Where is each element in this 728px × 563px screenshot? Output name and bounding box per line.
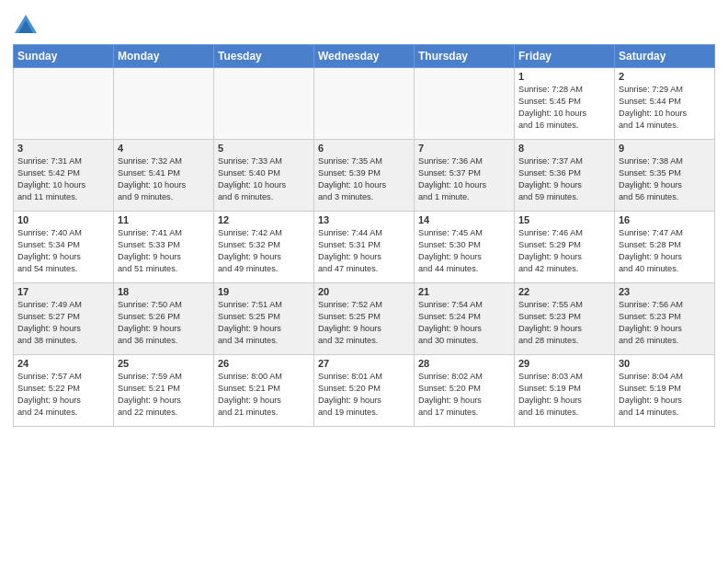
day-info: Sunrise: 8:03 AM Sunset: 5:19 PM Dayligh… [518,371,610,419]
calendar-cell: 23Sunrise: 7:56 AM Sunset: 5:23 PM Dayli… [615,283,715,355]
weekday-header-thursday: Thursday [415,45,515,68]
day-info: Sunrise: 7:37 AM Sunset: 5:36 PM Dayligh… [518,155,610,203]
day-number: 24 [17,358,109,369]
calendar-cell: 15Sunrise: 7:46 AM Sunset: 5:29 PM Dayli… [515,212,615,283]
calendar-cell: 30Sunrise: 8:04 AM Sunset: 5:19 PM Dayli… [615,355,715,427]
day-info: Sunrise: 7:57 AM Sunset: 5:22 PM Dayligh… [17,371,109,419]
logo [13,13,42,39]
calendar-cell: 28Sunrise: 8:02 AM Sunset: 5:20 PM Dayli… [415,355,515,427]
logo-icon [13,13,39,39]
calendar-cell: 5Sunrise: 7:33 AM Sunset: 5:40 PM Daylig… [214,140,314,212]
day-number: 18 [118,286,210,297]
calendar-cell: 25Sunrise: 7:59 AM Sunset: 5:21 PM Dayli… [114,355,214,427]
day-info: Sunrise: 7:54 AM Sunset: 5:24 PM Dayligh… [418,299,510,347]
day-info: Sunrise: 7:45 AM Sunset: 5:30 PM Dayligh… [418,227,510,275]
day-number: 1 [518,71,610,82]
day-number: 23 [619,286,711,297]
day-info: Sunrise: 8:00 AM Sunset: 5:21 PM Dayligh… [218,371,310,419]
calendar-cell: 27Sunrise: 8:01 AM Sunset: 5:20 PM Dayli… [314,355,415,427]
calendar-cell: 1Sunrise: 7:28 AM Sunset: 5:45 PM Daylig… [515,68,615,140]
day-info: Sunrise: 7:38 AM Sunset: 5:35 PM Dayligh… [619,155,711,203]
calendar-cell: 26Sunrise: 8:00 AM Sunset: 5:21 PM Dayli… [214,355,314,427]
weekday-header-wednesday: Wednesday [314,45,415,68]
day-info: Sunrise: 7:41 AM Sunset: 5:33 PM Dayligh… [118,227,210,275]
day-info: Sunrise: 7:55 AM Sunset: 5:23 PM Dayligh… [518,299,610,347]
calendar-cell [214,68,314,140]
calendar-cell: 29Sunrise: 8:03 AM Sunset: 5:19 PM Dayli… [515,355,615,427]
day-info: Sunrise: 7:42 AM Sunset: 5:32 PM Dayligh… [218,227,310,275]
day-number: 27 [318,358,410,369]
weekday-header-sunday: Sunday [14,45,114,68]
calendar-cell: 7Sunrise: 7:36 AM Sunset: 5:37 PM Daylig… [415,140,515,212]
calendar-cell: 6Sunrise: 7:35 AM Sunset: 5:39 PM Daylig… [314,140,415,212]
calendar-week-1: 1Sunrise: 7:28 AM Sunset: 5:45 PM Daylig… [14,68,715,140]
day-info: Sunrise: 7:31 AM Sunset: 5:42 PM Dayligh… [17,155,109,203]
calendar-cell [114,68,214,140]
calendar-cell: 2Sunrise: 7:29 AM Sunset: 5:44 PM Daylig… [615,68,715,140]
day-number: 25 [118,358,210,369]
day-info: Sunrise: 7:49 AM Sunset: 5:27 PM Dayligh… [17,299,109,347]
day-info: Sunrise: 7:46 AM Sunset: 5:29 PM Dayligh… [518,227,610,275]
calendar-cell: 12Sunrise: 7:42 AM Sunset: 5:32 PM Dayli… [214,212,314,283]
day-number: 17 [17,286,109,297]
day-info: Sunrise: 8:02 AM Sunset: 5:20 PM Dayligh… [418,371,510,419]
calendar-cell: 3Sunrise: 7:31 AM Sunset: 5:42 PM Daylig… [14,140,114,212]
day-info: Sunrise: 7:35 AM Sunset: 5:39 PM Dayligh… [318,155,410,203]
day-number: 2 [619,71,711,82]
day-info: Sunrise: 7:40 AM Sunset: 5:34 PM Dayligh… [17,227,109,275]
day-number: 28 [418,358,510,369]
calendar-cell: 19Sunrise: 7:51 AM Sunset: 5:25 PM Dayli… [214,283,314,355]
day-info: Sunrise: 7:56 AM Sunset: 5:23 PM Dayligh… [619,299,711,347]
day-info: Sunrise: 7:59 AM Sunset: 5:21 PM Dayligh… [118,371,210,419]
calendar-cell: 13Sunrise: 7:44 AM Sunset: 5:31 PM Dayli… [314,212,415,283]
calendar-cell: 20Sunrise: 7:52 AM Sunset: 5:25 PM Dayli… [314,283,415,355]
day-number: 5 [218,143,310,154]
day-number: 3 [17,143,109,154]
day-number: 8 [518,143,610,154]
calendar-cell: 16Sunrise: 7:47 AM Sunset: 5:28 PM Dayli… [615,212,715,283]
day-number: 15 [518,214,610,225]
calendar-cell: 18Sunrise: 7:50 AM Sunset: 5:26 PM Dayli… [114,283,214,355]
calendar-cell: 14Sunrise: 7:45 AM Sunset: 5:30 PM Dayli… [415,212,515,283]
calendar-cell: 22Sunrise: 7:55 AM Sunset: 5:23 PM Dayli… [515,283,615,355]
day-info: Sunrise: 7:50 AM Sunset: 5:26 PM Dayligh… [118,299,210,347]
day-number: 22 [518,286,610,297]
day-number: 19 [218,286,310,297]
day-info: Sunrise: 7:44 AM Sunset: 5:31 PM Dayligh… [318,227,410,275]
calendar-week-5: 24Sunrise: 7:57 AM Sunset: 5:22 PM Dayli… [14,355,715,427]
day-number: 11 [118,214,210,225]
day-number: 30 [619,358,711,369]
calendar-cell: 24Sunrise: 7:57 AM Sunset: 5:22 PM Dayli… [14,355,114,427]
day-info: Sunrise: 8:04 AM Sunset: 5:19 PM Dayligh… [619,371,711,419]
day-number: 4 [118,143,210,154]
calendar-cell: 9Sunrise: 7:38 AM Sunset: 5:35 PM Daylig… [615,140,715,212]
day-number: 14 [418,214,510,225]
calendar: SundayMondayTuesdayWednesdayThursdayFrid… [13,44,715,427]
day-info: Sunrise: 7:52 AM Sunset: 5:25 PM Dayligh… [318,299,410,347]
day-info: Sunrise: 7:32 AM Sunset: 5:41 PM Dayligh… [118,155,210,203]
weekday-header-monday: Monday [114,45,214,68]
calendar-cell: 11Sunrise: 7:41 AM Sunset: 5:33 PM Dayli… [114,212,214,283]
day-number: 12 [218,214,310,225]
calendar-cell: 4Sunrise: 7:32 AM Sunset: 5:41 PM Daylig… [114,140,214,212]
weekday-header-row: SundayMondayTuesdayWednesdayThursdayFrid… [14,45,715,68]
calendar-cell: 8Sunrise: 7:37 AM Sunset: 5:36 PM Daylig… [515,140,615,212]
day-number: 10 [17,214,109,225]
calendar-cell: 10Sunrise: 7:40 AM Sunset: 5:34 PM Dayli… [14,212,114,283]
calendar-week-3: 10Sunrise: 7:40 AM Sunset: 5:34 PM Dayli… [14,212,715,283]
calendar-cell [415,68,515,140]
day-number: 6 [318,143,410,154]
day-info: Sunrise: 7:29 AM Sunset: 5:44 PM Dayligh… [619,84,711,132]
day-number: 20 [318,286,410,297]
header [13,9,715,39]
day-number: 16 [619,214,711,225]
weekday-header-friday: Friday [515,45,615,68]
day-info: Sunrise: 7:36 AM Sunset: 5:37 PM Dayligh… [418,155,510,203]
day-info: Sunrise: 7:47 AM Sunset: 5:28 PM Dayligh… [619,227,711,275]
day-info: Sunrise: 7:28 AM Sunset: 5:45 PM Dayligh… [518,84,610,132]
day-number: 9 [619,143,711,154]
day-info: Sunrise: 7:33 AM Sunset: 5:40 PM Dayligh… [218,155,310,203]
weekday-header-saturday: Saturday [615,45,715,68]
page: SundayMondayTuesdayWednesdayThursdayFrid… [0,0,728,563]
calendar-cell [14,68,114,140]
